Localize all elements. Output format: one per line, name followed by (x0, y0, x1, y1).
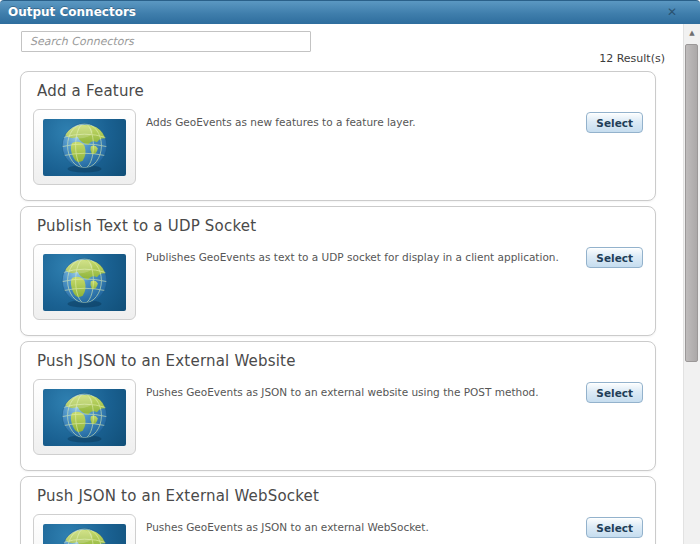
connector-description: Adds GeoEvents as new features to a feat… (146, 116, 576, 129)
connector-description: Publishes GeoEvents as text to a UDP soc… (146, 251, 576, 264)
connector-thumbnail (33, 109, 136, 185)
scroll-up-icon[interactable]: ▲ (684, 26, 700, 40)
vertical-scrollbar[interactable]: ▲ (683, 24, 700, 544)
connector-title: Push JSON to an External Website (37, 352, 643, 370)
dialog-titlebar: Output Connectors ✕ (0, 0, 700, 24)
select-button[interactable]: Select (586, 247, 643, 268)
globe-icon (43, 119, 126, 176)
connector-thumbnail (33, 514, 136, 544)
globe-icon (43, 254, 126, 311)
select-button[interactable]: Select (586, 112, 643, 133)
select-button[interactable]: Select (586, 382, 643, 403)
globe-icon (43, 524, 126, 544)
close-icon[interactable]: ✕ (664, 4, 680, 20)
connector-description: Pushes GeoEvents as JSON to an external … (146, 521, 576, 534)
connector-card: Publish Text to a UDP Socket (20, 206, 656, 336)
results-count: 12 Result(s) (599, 52, 665, 65)
connector-title: Publish Text to a UDP Socket (37, 217, 643, 235)
connector-card: Push JSON to an External Website (20, 341, 656, 471)
connector-title: Add a Feature (37, 82, 643, 100)
connector-thumbnail (33, 244, 136, 320)
connector-card: Add a Feature (20, 71, 656, 201)
scrollbar-thumb[interactable] (685, 44, 698, 362)
connector-title: Push JSON to an External WebSocket (37, 487, 643, 505)
connector-list: Add a Feature (20, 71, 656, 544)
connector-description: Pushes GeoEvents as JSON to an external … (146, 386, 576, 399)
connector-thumbnail (33, 379, 136, 455)
search-input[interactable] (21, 31, 311, 52)
dialog-title: Output Connectors (0, 1, 700, 24)
select-button[interactable]: Select (586, 517, 643, 538)
globe-icon (43, 389, 126, 446)
connector-card: Push JSON to an External WebSocket (20, 476, 656, 544)
